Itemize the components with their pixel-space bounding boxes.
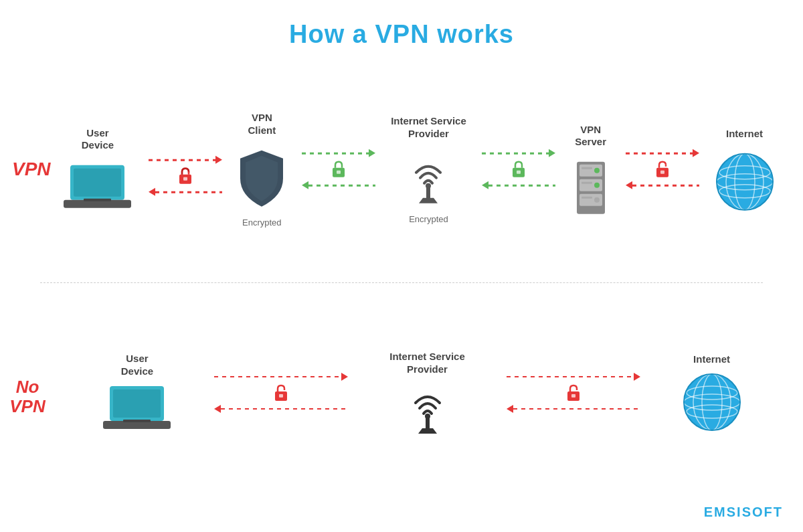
globe-icon <box>715 152 774 211</box>
svg-rect-42 <box>571 394 575 397</box>
arrow-2 <box>302 149 375 189</box>
novpn-isp-label: Internet ServiceProvider <box>389 351 465 376</box>
novpn-arrow-1 <box>214 373 348 413</box>
svg-point-19 <box>594 197 600 203</box>
lock-icon-red-2 <box>653 159 672 179</box>
novpn-globe-icon <box>683 373 741 432</box>
encrypted-label-2: Encrypted <box>409 213 448 224</box>
novpn-laptop-icon <box>102 384 172 432</box>
svg-rect-12 <box>517 171 521 174</box>
vpn-isp-label: Internet ServiceProvider <box>391 115 466 141</box>
vpn-client-label: VPNClient <box>248 112 276 137</box>
svg-rect-35 <box>123 419 151 422</box>
novpn-internet: Internet <box>683 353 741 432</box>
arrow-4 <box>626 149 699 189</box>
svg-rect-24 <box>660 171 664 174</box>
vpn-isp: Internet ServiceProvider Encrypted <box>391 115 466 224</box>
novpn-arrow-2 <box>507 373 640 413</box>
page-title: How a VPN works <box>0 0 803 49</box>
svg-marker-10 <box>419 197 438 203</box>
svg-rect-21 <box>582 182 592 184</box>
vpn-user-device: UserDevice <box>62 126 132 212</box>
novpn-isp: Internet ServiceProvider <box>389 351 465 435</box>
vpn-label: VPN <box>12 159 51 180</box>
lock-icon-green-2 <box>509 159 528 179</box>
lock-icon-green-1 <box>329 159 348 179</box>
novpn-user-device: UserDevice <box>102 353 172 433</box>
svg-rect-7 <box>337 171 341 174</box>
svg-point-18 <box>594 183 600 188</box>
vpn-section: VPN UserDevice <box>0 56 803 283</box>
novpn-label: No VPN <box>7 377 48 416</box>
svg-rect-1 <box>74 169 121 197</box>
emsisoft-brand: EMSISOFT <box>704 505 783 520</box>
novpn-antenna-icon <box>404 382 452 434</box>
lock-icon-red-1 <box>176 166 195 186</box>
encrypted-label-1: Encrypted <box>242 217 282 227</box>
svg-rect-3 <box>84 199 111 201</box>
svg-rect-20 <box>582 167 592 169</box>
novpn-user-device-label: UserDevice <box>121 353 153 378</box>
vpn-internet: Internet <box>715 128 774 211</box>
svg-rect-22 <box>582 197 592 199</box>
svg-marker-40 <box>418 428 437 433</box>
user-device-label: UserDevice <box>82 126 114 152</box>
novpn-lock-icon-1 <box>272 383 290 403</box>
arrow-3 <box>482 149 555 189</box>
svg-rect-33 <box>113 389 161 417</box>
isp-antenna-icon <box>404 152 452 204</box>
laptop-icon <box>62 164 132 212</box>
novpn-lock-icon-2 <box>564 383 583 403</box>
svg-rect-5 <box>183 177 187 181</box>
arrow-1 <box>149 156 222 196</box>
vpn-internet-label: Internet <box>726 128 763 141</box>
shield-icon <box>238 149 286 207</box>
svg-point-17 <box>594 168 600 173</box>
novpn-section: No VPN UserDevice <box>0 283 803 511</box>
svg-rect-37 <box>279 394 283 397</box>
vpn-client: VPNClient Encrypted <box>238 112 286 228</box>
server-icon <box>571 161 610 215</box>
novpn-internet-label: Internet <box>693 353 730 366</box>
vpn-server: VPNServer <box>571 123 610 215</box>
vpn-server-label: VPNServer <box>575 123 606 149</box>
